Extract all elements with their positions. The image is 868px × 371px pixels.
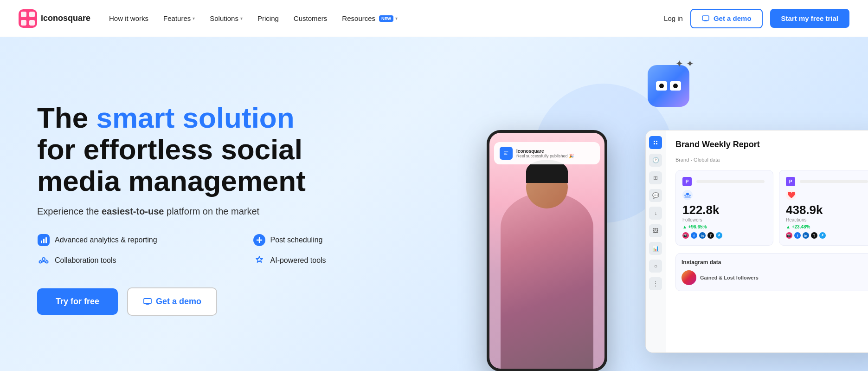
- feature-scheduling: Post scheduling: [253, 234, 450, 247]
- phone-notif-sub: Reel successfully published 🎉: [516, 154, 574, 158]
- source-instagram: 📷: [682, 232, 689, 239]
- dash-sidebar-image[interactable]: 🖼: [649, 224, 662, 237]
- nav-how-it-works[interactable]: How it works: [109, 14, 148, 22]
- hero-title-rest: for effortless socialmedia management: [37, 133, 306, 197]
- login-button[interactable]: Log in: [664, 14, 683, 22]
- hero-title: The smart solution for effortless social…: [37, 102, 450, 197]
- phone-notif-content: Iconosquare Reel successfully published …: [516, 149, 574, 158]
- nav-resources[interactable]: Resources NEW ▾: [342, 14, 398, 22]
- get-demo-button[interactable]: Get a demo: [690, 9, 763, 28]
- phone-notification: Iconosquare Reel successfully published …: [494, 142, 600, 164]
- dash-sidebar-grid[interactable]: ⊞: [649, 171, 662, 184]
- source2-tiktok: T: [811, 232, 817, 239]
- analytics-icon: [37, 234, 50, 247]
- mascot-eye-left: [656, 81, 667, 91]
- feature-scheduling-label: Post scheduling: [270, 236, 323, 244]
- try-free-button[interactable]: Try for free: [37, 288, 118, 315]
- mascot-glasses: [656, 81, 681, 91]
- hero-subtitle-bold: easiest-to-use: [102, 206, 164, 216]
- nav-links: How it works Features ▾ Solutions ▾ Pric…: [109, 14, 664, 22]
- svg-rect-5: [702, 16, 709, 20]
- source-linkedin: in: [699, 232, 706, 239]
- source2-instagram: 📷: [786, 232, 792, 239]
- dash-sidebar-download[interactable]: ↓: [649, 207, 662, 220]
- metric1-icon: [682, 190, 693, 200]
- start-trial-button[interactable]: Start my free trial: [770, 9, 849, 28]
- svg-point-21: [689, 195, 691, 196]
- metric2-icon: [786, 190, 796, 200]
- dashboard-metrics: P 122.8k Followers: [675, 170, 868, 246]
- metric2-header: P: [786, 177, 868, 186]
- svg-point-19: [686, 193, 689, 195]
- ig-section-title: Instagram data: [682, 259, 868, 266]
- ig-row: Gained & Lost followers: [682, 270, 868, 285]
- metric-followers: P 122.8k Followers: [675, 170, 773, 246]
- dash-sidebar-circle[interactable]: ○: [649, 260, 662, 273]
- dash-sidebar-table[interactable]: 📊: [649, 242, 662, 255]
- metric1-label: Followers: [682, 217, 766, 222]
- metric1-header: P: [682, 177, 766, 186]
- solutions-chevron: ▾: [240, 16, 243, 21]
- metric1-bar: [696, 180, 765, 183]
- dashboard-main: Brand Weekly Report Brand - Global data …: [666, 130, 868, 352]
- hero-demo-icon: [143, 297, 152, 306]
- dashboard-sidebar: 🕐 ⊞ 💬 ↓ 🖼 📊 ○ ⋮: [646, 130, 666, 352]
- svg-rect-3: [21, 20, 26, 26]
- phone-screen: Iconosquare Reel successfully published …: [489, 133, 604, 369]
- source2-facebook: f: [794, 232, 801, 239]
- metric2-sources: 📷 f in T ✗: [786, 232, 868, 239]
- metric1-value: 122.8k: [682, 203, 766, 217]
- metric2-avatar: P: [786, 177, 795, 186]
- mascot-pupil-right: [673, 84, 678, 88]
- ig-icon: [682, 270, 696, 285]
- mascot-pupil-left: [659, 84, 664, 88]
- metric2-trend: ▲ +23.48%: [786, 224, 868, 229]
- ig-label: Gained & Lost followers: [700, 275, 759, 280]
- feature-collaboration-label: Collaboration tools: [55, 256, 116, 265]
- metric2-bar: [800, 180, 868, 183]
- svg-rect-8: [43, 239, 45, 243]
- svg-rect-7: [41, 241, 42, 243]
- scheduling-icon: [253, 234, 266, 247]
- hero-right: ✦ ✦ Iconosquare Reel successfully publis…: [477, 37, 868, 371]
- hero-demo-button[interactable]: Get a demo: [127, 287, 217, 316]
- feature-analytics: Advanced analytics & reporting: [37, 234, 234, 247]
- dashboard-title: Brand Weekly Report: [675, 140, 760, 150]
- logo-icon: [19, 9, 37, 28]
- phone-notif-title: Iconosquare: [516, 149, 574, 154]
- hero-subtitle: Experience the easiest-to-use platform o…: [37, 206, 450, 217]
- feature-ai-label: AI-powered tools: [270, 256, 326, 265]
- hero-buttons: Try for free Get a demo: [37, 287, 450, 316]
- logo[interactable]: iconosquare: [19, 9, 90, 28]
- dash-sidebar-clock[interactable]: 🕐: [649, 154, 662, 167]
- dash-sidebar-chat[interactable]: 💬: [649, 189, 662, 202]
- svg-point-20: [684, 195, 686, 196]
- svg-rect-18: [652, 139, 659, 146]
- phone-person-image: [501, 192, 593, 369]
- feature-ai: AI-powered tools: [253, 254, 450, 267]
- source-facebook: f: [691, 232, 697, 239]
- brand-name: iconosquare: [41, 13, 90, 23]
- svg-point-12: [39, 261, 42, 263]
- metric-reactions: P 438.9k Reactions ▲ +23.48% 📷: [779, 170, 868, 246]
- feature-analytics-label: Advanced analytics & reporting: [55, 236, 157, 244]
- demo-icon: [701, 14, 710, 23]
- hero-content: The smart solution for effortless social…: [0, 37, 477, 371]
- nav-customers[interactable]: Customers: [294, 14, 328, 22]
- nav-actions: Log in Get a demo Start my free trial: [664, 9, 849, 28]
- dashboard-subtitle: Brand - Global data: [675, 157, 868, 163]
- source-twitter: ✗: [716, 232, 722, 239]
- nav-solutions[interactable]: Solutions ▾: [210, 14, 243, 22]
- collaboration-icon: [37, 254, 50, 267]
- nav-pricing[interactable]: Pricing: [257, 14, 279, 22]
- metric2-label: Reactions: [786, 217, 868, 222]
- dash-sidebar-dots[interactable]: ⋮: [649, 277, 662, 290]
- ai-icon: [253, 254, 266, 267]
- source2-twitter: ✗: [819, 232, 826, 239]
- svg-point-13: [46, 261, 48, 263]
- phone-mockup: Iconosquare Reel successfully published …: [487, 130, 607, 371]
- nav-features[interactable]: Features ▾: [163, 14, 195, 22]
- svg-rect-16: [144, 299, 151, 304]
- dashboard-header: Brand Weekly Report: [675, 140, 868, 150]
- source2-linkedin: in: [803, 232, 809, 239]
